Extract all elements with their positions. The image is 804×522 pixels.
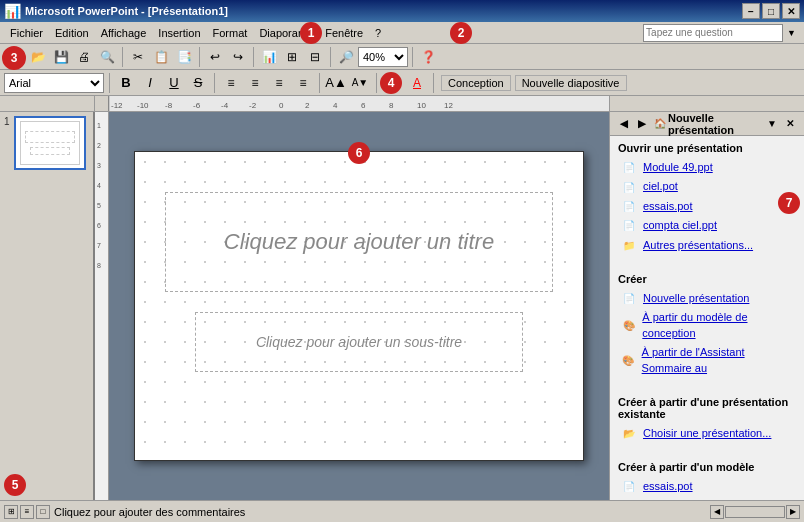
- toolbar-row-1: 📄 📂 💾 🖨 🔍 ✂ 📋 📑 ↩ ↪ 📊 ⊞ ⊟ 🔎 40%50%75%100…: [0, 44, 804, 70]
- slide-canvas[interactable]: Cliquez pour ajouter un titre Cliquez po…: [134, 151, 584, 461]
- svg-text:6: 6: [97, 222, 101, 229]
- view-slide-button[interactable]: □: [36, 505, 50, 519]
- print-button[interactable]: 🖨: [73, 46, 95, 68]
- justify-button[interactable]: ≡: [292, 72, 314, 94]
- bold-button[interactable]: B: [115, 72, 137, 94]
- minimize-button[interactable]: −: [742, 3, 760, 19]
- font-size-down-button[interactable]: A▼: [349, 72, 371, 94]
- view-outline-button[interactable]: ≡: [20, 505, 34, 519]
- help-input[interactable]: [643, 24, 783, 42]
- help-dropdown-icon[interactable]: ▼: [787, 28, 796, 38]
- paste-button[interactable]: 📑: [173, 46, 195, 68]
- task-pane-header: ◀ ▶ 🏠 Nouvelle présentation ▼ ✕: [610, 112, 804, 136]
- menu-affichage[interactable]: Affichage: [95, 25, 153, 41]
- slide-panel: 1 5: [0, 112, 95, 500]
- pane-link-module49[interactable]: Module 49.ppt: [639, 159, 713, 176]
- status-text: Cliquez pour ajouter des commentaires: [54, 506, 706, 518]
- menu-edition[interactable]: Edition: [49, 25, 95, 41]
- underline-button[interactable]: U: [163, 72, 185, 94]
- pane-link-ciel[interactable]: ciel.pot: [639, 178, 678, 195]
- open-button[interactable]: 📂: [27, 46, 49, 68]
- pane-link-choose[interactable]: Choisir une présentation...: [639, 425, 771, 442]
- slide-subtitle-placeholder[interactable]: Cliquez pour ajouter un sous-titre: [195, 312, 523, 372]
- save-button[interactable]: 💾: [50, 46, 72, 68]
- pane-home-button[interactable]: 🏠: [652, 116, 668, 132]
- scroll-left-button[interactable]: ◀: [710, 505, 724, 519]
- pane-forward-button[interactable]: ▶: [634, 116, 650, 132]
- menu-format[interactable]: Format: [207, 25, 254, 41]
- svg-text:8: 8: [97, 262, 101, 269]
- new-slide-button[interactable]: Nouvelle diapositive: [515, 75, 627, 91]
- h-scrollbar-track[interactable]: [725, 506, 785, 518]
- pane-file-module49: 📄 Module 49.ppt: [618, 158, 796, 177]
- highlight-color-button[interactable]: A: [406, 72, 428, 94]
- choose-icon: 📂: [622, 427, 636, 441]
- zoom-select[interactable]: 40%50%75%100%: [358, 47, 408, 67]
- scroll-right-button[interactable]: ▶: [786, 505, 800, 519]
- cut-button[interactable]: ✂: [127, 46, 149, 68]
- ruler-v-ticks: 1 2 3 4 5 6 7 8: [95, 112, 109, 500]
- menu-fichier[interactable]: Fichier: [4, 25, 49, 41]
- undo-button[interactable]: ↩: [204, 46, 226, 68]
- design-button[interactable]: Conception: [441, 75, 511, 91]
- table-button[interactable]: ⊞: [281, 46, 303, 68]
- svg-text:2: 2: [97, 142, 101, 149]
- font-size-up-button[interactable]: A▲: [325, 72, 347, 94]
- pane-link-essais[interactable]: essais.pot: [639, 198, 693, 215]
- help-button[interactable]: ❓: [417, 46, 439, 68]
- template-icon: 🎨: [622, 319, 635, 333]
- pane-link-compta[interactable]: compta ciel.ppt: [639, 217, 717, 234]
- fmt-separator-2: [319, 73, 320, 93]
- pane-link-ciel2[interactable]: ciel.pot: [639, 498, 678, 500]
- svg-text:7: 7: [97, 242, 101, 249]
- new-button[interactable]: 📄: [4, 46, 26, 68]
- pane-link-wizard[interactable]: À partir de l'Assistant Sommaire au: [638, 344, 796, 377]
- close-button[interactable]: ✕: [782, 3, 800, 19]
- align-center-button[interactable]: ≡: [244, 72, 266, 94]
- maximize-button[interactable]: □: [762, 3, 780, 19]
- font-family-select[interactable]: Arial: [4, 73, 104, 93]
- toolbar-separator-2: [199, 47, 200, 67]
- chart-button[interactable]: 📊: [258, 46, 280, 68]
- pane-template-section: Créer à partir d'un modèle 📄 essais.pot …: [610, 455, 804, 500]
- view-normal-button[interactable]: ⊞: [4, 505, 18, 519]
- preview-button[interactable]: 🔍: [96, 46, 118, 68]
- copy-button[interactable]: 📋: [150, 46, 172, 68]
- ppt-file-icon-3: 📄: [622, 199, 636, 213]
- pane-link-new-pres[interactable]: Nouvelle présentation: [639, 290, 749, 307]
- pane-menu-button[interactable]: ▼: [764, 116, 780, 132]
- pane-link-essais2[interactable]: essais.pot: [639, 478, 693, 495]
- pane-file-more: 📁 Autres présentations...: [618, 236, 796, 255]
- org-chart-button[interactable]: ⊟: [304, 46, 326, 68]
- menu-help[interactable]: ?: [369, 25, 387, 41]
- menu-bar: Fichier Edition Affichage Insertion Form…: [0, 22, 804, 44]
- svg-text:-12: -12: [111, 101, 123, 110]
- zoom-button[interactable]: 🔎: [335, 46, 357, 68]
- align-left-button[interactable]: ≡: [220, 72, 242, 94]
- menu-insertion[interactable]: Insertion: [152, 25, 206, 41]
- italic-button[interactable]: I: [139, 72, 161, 94]
- pane-link-autres[interactable]: Autres présentations...: [639, 237, 753, 254]
- slide-title-placeholder[interactable]: Cliquez pour ajouter un titre: [165, 192, 553, 292]
- pane-existing-section: Créer à partir d'une présentation exista…: [610, 390, 804, 447]
- pane-existing-title: Créer à partir d'une présentation exista…: [618, 396, 796, 420]
- strikethrough-button[interactable]: S: [187, 72, 209, 94]
- ppt-file-icon: 📄: [622, 161, 636, 175]
- toolbar-separator-1: [122, 47, 123, 67]
- pane-ciel-row: 📄 ciel.pot: [618, 497, 796, 500]
- pane-link-template[interactable]: À partir du modèle de conception: [638, 309, 796, 342]
- align-right-button[interactable]: ≡: [268, 72, 290, 94]
- pane-back-button[interactable]: ◀: [616, 116, 632, 132]
- svg-text:5: 5: [97, 202, 101, 209]
- menu-diaporama[interactable]: Diaporama: [253, 25, 319, 41]
- font-color-button[interactable]: A: [382, 72, 404, 94]
- toolbar-separator-4: [330, 47, 331, 67]
- redo-button[interactable]: ↪: [227, 46, 249, 68]
- pane-close-button[interactable]: ✕: [782, 116, 798, 132]
- ruler-panel-spacer: [0, 96, 95, 111]
- fmt-separator-0: [109, 73, 110, 93]
- menu-fenetre[interactable]: Fenêtre: [319, 25, 369, 41]
- pane-wizard-row: 🎨 À partir de l'Assistant Sommaire au: [618, 343, 796, 378]
- new-doc-icon: 📄: [622, 292, 636, 306]
- slide-thumbnail-1[interactable]: [14, 116, 86, 170]
